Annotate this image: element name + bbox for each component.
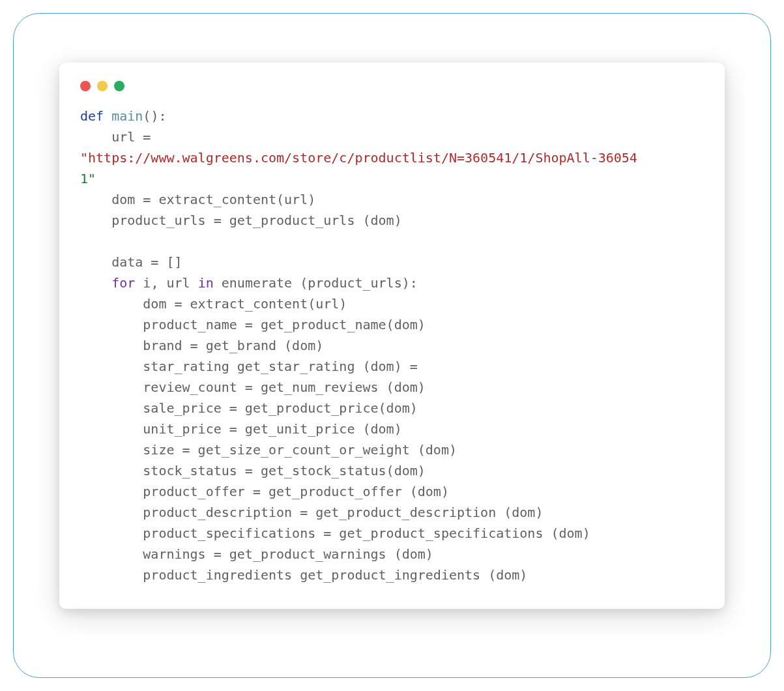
minimize-icon[interactable]: [97, 81, 108, 91]
close-icon[interactable]: [80, 81, 91, 91]
code-text: product_description = get_product_descri…: [80, 505, 543, 520]
code-text: warnings = get_product_warnings (dom): [80, 546, 433, 562]
code-text: size = get_size_or_count_or_weight (dom): [80, 442, 457, 458]
outer-frame: def main(): url = "https://www.walgreens…: [13, 13, 771, 678]
traffic-lights: [80, 81, 704, 91]
code-text: ():: [143, 108, 166, 124]
keyword-for: for: [111, 275, 135, 291]
string-literal-end: 1": [80, 171, 96, 186]
code-text: product_specifications = get_product_spe…: [80, 525, 590, 541]
code-text: dom = extract_content(url): [80, 192, 315, 207]
code-text: url =: [80, 129, 151, 145]
code-text: unit_price = get_unit_price (dom): [80, 421, 402, 437]
code-text: stock_status = get_stock_status(dom): [80, 463, 426, 478]
function-name: main: [104, 108, 143, 124]
keyword-def: def: [80, 108, 104, 124]
code-text: [80, 275, 111, 291]
code-text: sale_price = get_product_price(dom): [80, 400, 418, 416]
string-literal: "https://www.walgreens.com/store/c/produ…: [80, 150, 637, 166]
code-text: star_rating get_star_rating (dom) =: [80, 359, 418, 374]
keyword-in: in: [198, 275, 214, 291]
code-text: dom = extract_content(url): [80, 296, 347, 312]
code-text: enumerate (product_urls):: [214, 275, 418, 291]
code-text: product_offer = get_product_offer (dom): [80, 484, 449, 499]
code-window: def main(): url = "https://www.walgreens…: [59, 63, 725, 609]
code-text: product_urls = get_product_urls (dom): [80, 213, 402, 228]
code-text: product_name = get_product_name(dom): [80, 317, 426, 332]
code-text: data = []: [80, 254, 182, 270]
code-text: brand = get_brand (dom): [80, 338, 323, 353]
code-text: review_count = get_num_reviews (dom): [80, 379, 426, 395]
maximize-icon[interactable]: [114, 81, 124, 91]
code-block: def main(): url = "https://www.walgreens…: [80, 106, 704, 585]
code-text: product_ingredients get_product_ingredie…: [80, 567, 527, 583]
code-text: i, url: [135, 275, 197, 291]
